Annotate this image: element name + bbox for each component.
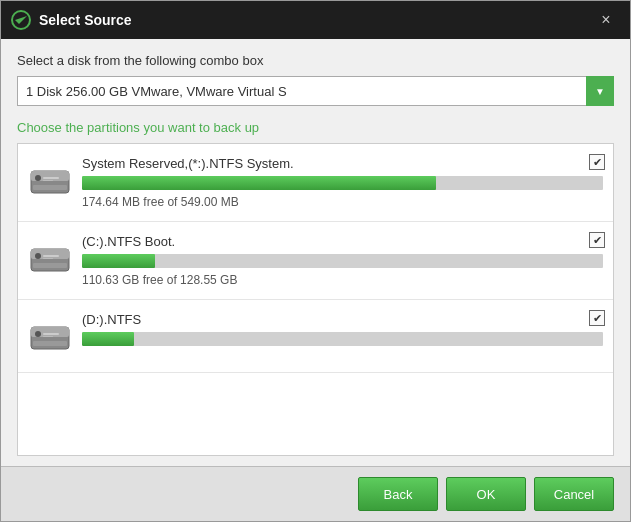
back-button[interactable]: Back (358, 477, 438, 511)
partition-icon-1 (28, 160, 72, 204)
svg-rect-6 (43, 180, 53, 181)
title-bar: Select Source × (1, 1, 630, 39)
partition-size-2: 110.63 GB free of 128.55 GB (82, 273, 603, 287)
partition-info-2: (C:).NTFS Boot. 110.63 GB free of 128.55… (82, 234, 603, 287)
partition-progress-fill-2 (82, 254, 155, 268)
partitions-label: Choose the partitions you want to back u… (17, 120, 614, 135)
partition-progress-bg-1 (82, 176, 603, 190)
partition-checkbox-1[interactable] (589, 154, 605, 170)
partition-checkbox-3[interactable] (589, 310, 605, 326)
close-button[interactable]: × (592, 6, 620, 34)
svg-rect-5 (43, 177, 59, 179)
partition-list: System Reserved,(*:).NTFS System. 174.64… (17, 143, 614, 456)
disk-label: Select a disk from the following combo b… (17, 53, 614, 68)
partition-item-2: (C:).NTFS Boot. 110.63 GB free of 128.55… (18, 222, 613, 300)
svg-rect-4 (35, 175, 41, 181)
dialog-title: Select Source (39, 12, 592, 28)
partition-name-2: (C:).NTFS Boot. (82, 234, 603, 249)
partition-size-1: 174.64 MB free of 549.00 MB (82, 195, 603, 209)
partition-name-3: (D:).NTFS (82, 312, 603, 327)
partition-checkbox-2[interactable] (589, 232, 605, 248)
partition-name-1: System Reserved,(*:).NTFS System. (82, 156, 603, 171)
hdd-icon-1 (29, 163, 71, 201)
partition-item-1: System Reserved,(*:).NTFS System. 174.64… (18, 144, 613, 222)
hdd-icon-2 (29, 241, 71, 279)
cancel-button[interactable]: Cancel (534, 477, 614, 511)
svg-rect-12 (43, 258, 53, 259)
svg-rect-13 (33, 263, 67, 268)
partition-icon-3 (28, 316, 72, 360)
select-source-dialog: Select Source × Select a disk from the f… (0, 0, 631, 522)
partition-progress-fill-3 (82, 332, 134, 346)
svg-rect-18 (43, 336, 53, 337)
svg-rect-19 (33, 341, 67, 346)
footer: Back OK Cancel (1, 466, 630, 521)
disk-dropdown-wrap: 1 Disk 256.00 GB VMware, VMware Virtual … (17, 76, 614, 106)
dialog-icon (11, 10, 31, 30)
disk-dropdown[interactable]: 1 Disk 256.00 GB VMware, VMware Virtual … (17, 76, 614, 106)
partition-progress-bg-3 (82, 332, 603, 346)
partition-icon-2 (28, 238, 72, 282)
partition-info-1: System Reserved,(*:).NTFS System. 174.64… (82, 156, 603, 209)
svg-rect-16 (35, 331, 41, 337)
partition-progress-fill-1 (82, 176, 436, 190)
ok-button[interactable]: OK (446, 477, 526, 511)
partition-progress-bg-2 (82, 254, 603, 268)
partition-item-3: (D:).NTFS (18, 300, 613, 373)
hdd-icon-3 (29, 319, 71, 357)
svg-rect-10 (35, 253, 41, 259)
svg-marker-1 (15, 16, 27, 24)
partition-info-3: (D:).NTFS (82, 312, 603, 351)
svg-rect-11 (43, 255, 59, 257)
dialog-content: Select a disk from the following combo b… (1, 39, 630, 466)
svg-rect-7 (33, 185, 67, 190)
svg-rect-17 (43, 333, 59, 335)
